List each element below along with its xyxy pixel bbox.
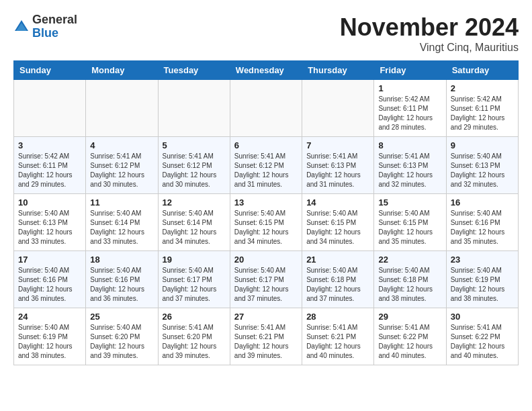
day-cell: 5Sunrise: 5:41 AMSunset: 6:12 PMDaylight… bbox=[158, 137, 230, 194]
day-number: 29 bbox=[378, 312, 441, 322]
week-row-1: 1Sunrise: 5:42 AMSunset: 6:11 PMDaylight… bbox=[14, 80, 519, 137]
day-info: Sunrise: 5:41 AMSunset: 6:12 PMDaylight:… bbox=[234, 152, 298, 189]
day-cell: 17Sunrise: 5:40 AMSunset: 6:16 PMDayligh… bbox=[14, 251, 86, 308]
day-number: 16 bbox=[451, 197, 514, 208]
day-cell bbox=[302, 80, 374, 137]
day-number: 6 bbox=[234, 140, 298, 150]
day-info: Sunrise: 5:41 AMSunset: 6:22 PMDaylight:… bbox=[451, 323, 514, 361]
day-number: 21 bbox=[306, 255, 369, 265]
day-cell: 23Sunrise: 5:40 AMSunset: 6:19 PMDayligh… bbox=[446, 251, 518, 308]
day-number: 23 bbox=[451, 255, 514, 265]
weekday-header-wednesday: Wednesday bbox=[230, 61, 302, 80]
weekday-header-monday: Monday bbox=[86, 61, 158, 80]
day-number: 26 bbox=[163, 312, 226, 322]
day-cell: 4Sunrise: 5:41 AMSunset: 6:12 PMDaylight… bbox=[86, 137, 158, 194]
day-cell: 11Sunrise: 5:40 AMSunset: 6:14 PMDayligh… bbox=[86, 194, 158, 251]
day-info: Sunrise: 5:41 AMSunset: 6:21 PMDaylight:… bbox=[234, 323, 298, 361]
day-info: Sunrise: 5:40 AMSunset: 6:17 PMDaylight:… bbox=[234, 266, 298, 304]
day-number: 14 bbox=[306, 197, 369, 208]
day-cell: 28Sunrise: 5:41 AMSunset: 6:21 PMDayligh… bbox=[302, 308, 374, 365]
day-cell: 21Sunrise: 5:40 AMSunset: 6:18 PMDayligh… bbox=[302, 251, 374, 308]
day-info: Sunrise: 5:41 AMSunset: 6:12 PMDaylight:… bbox=[163, 152, 226, 189]
day-number: 19 bbox=[163, 255, 226, 265]
day-number: 22 bbox=[378, 255, 441, 265]
day-number: 25 bbox=[90, 312, 153, 322]
day-info: Sunrise: 5:41 AMSunset: 6:20 PMDaylight:… bbox=[163, 323, 226, 361]
day-info: Sunrise: 5:40 AMSunset: 6:19 PMDaylight:… bbox=[18, 323, 81, 361]
weekday-header-tuesday: Tuesday bbox=[158, 61, 230, 80]
day-number: 8 bbox=[378, 140, 441, 150]
day-info: Sunrise: 5:41 AMSunset: 6:21 PMDaylight:… bbox=[306, 323, 369, 361]
weekday-header-friday: Friday bbox=[374, 61, 446, 80]
day-cell: 2Sunrise: 5:42 AMSunset: 6:11 PMDaylight… bbox=[446, 80, 518, 137]
week-row-2: 3Sunrise: 5:42 AMSunset: 6:11 PMDaylight… bbox=[14, 137, 519, 194]
day-info: Sunrise: 5:40 AMSunset: 6:15 PMDaylight:… bbox=[378, 209, 441, 246]
day-cell: 9Sunrise: 5:40 AMSunset: 6:13 PMDaylight… bbox=[446, 137, 518, 194]
day-info: Sunrise: 5:40 AMSunset: 6:13 PMDaylight:… bbox=[18, 209, 81, 246]
day-cell: 10Sunrise: 5:40 AMSunset: 6:13 PMDayligh… bbox=[14, 194, 86, 251]
day-number: 4 bbox=[90, 140, 153, 150]
title-block: November 2024 Vingt Cinq, Mauritius bbox=[340, 13, 519, 54]
day-cell: 7Sunrise: 5:41 AMSunset: 6:13 PMDaylight… bbox=[302, 137, 374, 194]
day-number: 30 bbox=[451, 312, 514, 322]
day-info: Sunrise: 5:40 AMSunset: 6:14 PMDaylight:… bbox=[163, 209, 226, 246]
logo-text: General Blue bbox=[32, 13, 77, 40]
location: Vingt Cinq, Mauritius bbox=[340, 42, 519, 54]
page-header: General Blue November 2024 Vingt Cinq, M… bbox=[13, 13, 519, 54]
day-info: Sunrise: 5:40 AMSunset: 6:17 PMDaylight:… bbox=[163, 266, 226, 304]
day-info: Sunrise: 5:40 AMSunset: 6:20 PMDaylight:… bbox=[90, 323, 153, 361]
day-info: Sunrise: 5:40 AMSunset: 6:18 PMDaylight:… bbox=[378, 266, 441, 304]
day-number: 13 bbox=[234, 197, 298, 208]
day-cell: 18Sunrise: 5:40 AMSunset: 6:16 PMDayligh… bbox=[86, 251, 158, 308]
day-number: 15 bbox=[378, 197, 441, 208]
day-number: 7 bbox=[306, 140, 369, 150]
day-info: Sunrise: 5:41 AMSunset: 6:13 PMDaylight:… bbox=[306, 152, 369, 189]
day-cell: 25Sunrise: 5:40 AMSunset: 6:20 PMDayligh… bbox=[86, 308, 158, 365]
day-number: 20 bbox=[234, 255, 298, 265]
day-info: Sunrise: 5:41 AMSunset: 6:22 PMDaylight:… bbox=[378, 323, 441, 361]
day-info: Sunrise: 5:41 AMSunset: 6:12 PMDaylight:… bbox=[90, 152, 153, 189]
weekday-header-saturday: Saturday bbox=[446, 61, 518, 80]
day-cell: 24Sunrise: 5:40 AMSunset: 6:19 PMDayligh… bbox=[14, 308, 86, 365]
day-cell: 19Sunrise: 5:40 AMSunset: 6:17 PMDayligh… bbox=[158, 251, 230, 308]
day-cell: 14Sunrise: 5:40 AMSunset: 6:15 PMDayligh… bbox=[302, 194, 374, 251]
day-cell: 26Sunrise: 5:41 AMSunset: 6:20 PMDayligh… bbox=[158, 308, 230, 365]
day-number: 2 bbox=[451, 83, 514, 93]
day-info: Sunrise: 5:42 AMSunset: 6:11 PMDaylight:… bbox=[378, 95, 441, 132]
day-info: Sunrise: 5:40 AMSunset: 6:14 PMDaylight:… bbox=[90, 209, 153, 246]
week-row-5: 24Sunrise: 5:40 AMSunset: 6:19 PMDayligh… bbox=[14, 308, 519, 365]
day-info: Sunrise: 5:40 AMSunset: 6:19 PMDaylight:… bbox=[451, 266, 514, 304]
day-cell: 6Sunrise: 5:41 AMSunset: 6:12 PMDaylight… bbox=[230, 137, 302, 194]
weekday-header-sunday: Sunday bbox=[14, 61, 86, 80]
day-number: 10 bbox=[18, 197, 81, 208]
day-cell: 16Sunrise: 5:40 AMSunset: 6:16 PMDayligh… bbox=[446, 194, 518, 251]
day-number: 18 bbox=[90, 255, 153, 265]
day-cell: 8Sunrise: 5:41 AMSunset: 6:13 PMDaylight… bbox=[374, 137, 446, 194]
day-cell bbox=[158, 80, 230, 137]
day-cell: 12Sunrise: 5:40 AMSunset: 6:14 PMDayligh… bbox=[158, 194, 230, 251]
day-cell: 20Sunrise: 5:40 AMSunset: 6:17 PMDayligh… bbox=[230, 251, 302, 308]
day-cell: 29Sunrise: 5:41 AMSunset: 6:22 PMDayligh… bbox=[374, 308, 446, 365]
month-title: November 2024 bbox=[340, 13, 519, 42]
day-cell: 13Sunrise: 5:40 AMSunset: 6:15 PMDayligh… bbox=[230, 194, 302, 251]
week-row-3: 10Sunrise: 5:40 AMSunset: 6:13 PMDayligh… bbox=[14, 194, 519, 251]
day-info: Sunrise: 5:40 AMSunset: 6:16 PMDaylight:… bbox=[90, 266, 153, 304]
logo: General Blue bbox=[13, 13, 77, 40]
calendar-table: SundayMondayTuesdayWednesdayThursdayFrid… bbox=[13, 60, 519, 365]
day-cell bbox=[14, 80, 86, 137]
day-info: Sunrise: 5:40 AMSunset: 6:16 PMDaylight:… bbox=[18, 266, 81, 304]
day-info: Sunrise: 5:40 AMSunset: 6:15 PMDaylight:… bbox=[306, 209, 369, 246]
day-number: 24 bbox=[18, 312, 81, 322]
day-info: Sunrise: 5:42 AMSunset: 6:11 PMDaylight:… bbox=[451, 95, 514, 132]
logo-icon bbox=[13, 19, 30, 35]
weekday-header-thursday: Thursday bbox=[302, 61, 374, 80]
day-info: Sunrise: 5:40 AMSunset: 6:13 PMDaylight:… bbox=[451, 152, 514, 189]
day-info: Sunrise: 5:40 AMSunset: 6:16 PMDaylight:… bbox=[451, 209, 514, 246]
day-info: Sunrise: 5:40 AMSunset: 6:15 PMDaylight:… bbox=[234, 209, 298, 246]
day-cell: 22Sunrise: 5:40 AMSunset: 6:18 PMDayligh… bbox=[374, 251, 446, 308]
day-info: Sunrise: 5:42 AMSunset: 6:11 PMDaylight:… bbox=[18, 152, 81, 189]
week-row-4: 17Sunrise: 5:40 AMSunset: 6:16 PMDayligh… bbox=[14, 251, 519, 308]
day-number: 9 bbox=[451, 140, 514, 150]
day-number: 17 bbox=[18, 255, 81, 265]
day-cell: 3Sunrise: 5:42 AMSunset: 6:11 PMDaylight… bbox=[14, 137, 86, 194]
